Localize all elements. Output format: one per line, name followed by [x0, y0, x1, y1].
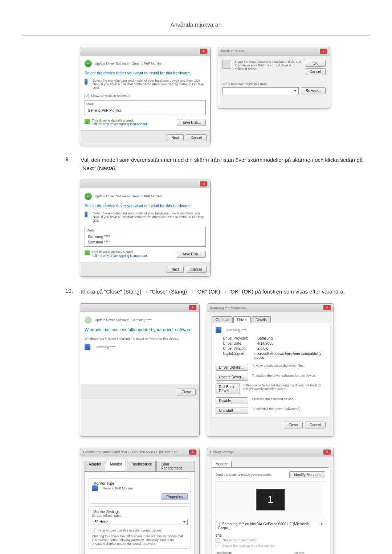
titlebar: Display Settings ✕ — [207, 448, 334, 456]
tab-troubleshoot[interactable]: Troubleshoot — [127, 461, 156, 471]
update-driver-button[interactable]: Update Driver... — [216, 374, 248, 381]
close-button[interactable]: Close — [284, 422, 303, 428]
close-button[interactable]: Close — [177, 389, 196, 395]
monitor-select-dropdown[interactable]: 1. Samsung **** on NVIDIA GeForce 6600 L… — [216, 521, 325, 531]
signed-text: This driver is digitally signed. — [92, 119, 147, 122]
close-icon[interactable]: ✕ — [320, 49, 327, 54]
monitor-type: Generic PnP Monitor — [103, 487, 133, 490]
window-title: Install From Disk — [221, 49, 245, 53]
cancel-button[interactable]: Cancel — [186, 266, 207, 273]
disable-desc: Disables the selected device. — [252, 397, 294, 401]
driver-details-button[interactable]: Driver Details... — [216, 364, 248, 371]
uninstall-desc: To uninstall the driver (Advanced). — [252, 407, 301, 411]
identify-button[interactable]: Identify Monitors — [289, 471, 325, 478]
wizard-description: Select the manufacturer and model of you… — [93, 212, 206, 222]
provider-value: Samsung — [257, 336, 273, 340]
step-number: 10. — [65, 288, 76, 296]
back-arrow-icon: ← — [85, 316, 92, 324]
date-label: Driver Date: — [223, 341, 257, 345]
hide-modes-checkbox[interactable] — [92, 529, 96, 533]
back-arrow-icon[interactable]: ← — [85, 193, 92, 200]
close-icon[interactable]: ✕ — [189, 305, 196, 310]
drag-text: Drag the icons to match your monitors. — [216, 473, 272, 476]
disk-icon — [222, 60, 231, 69]
chevron-down-icon: ▾ — [294, 89, 296, 93]
window-title: Generic PnP Monitor and NVIDIA GeForce 6… — [83, 450, 181, 454]
install-from-disk-window: Install From Disk ✕ Insert the manufactu… — [218, 47, 330, 108]
close-icon[interactable]: ✕ — [323, 305, 331, 310]
show-compatible-checkbox[interactable] — [85, 94, 89, 98]
details-desc: To view details about the driver files. — [252, 364, 305, 368]
ok-button[interactable]: OK — [305, 60, 326, 67]
back-arrow-icon[interactable]: ← — [85, 60, 92, 67]
signer-label: Digital Signer: — [223, 352, 254, 360]
browse-button[interactable]: Browse... — [301, 87, 326, 94]
signed-text: This driver is digitally signed. — [92, 250, 147, 254]
disable-button[interactable]: Disable — [216, 397, 248, 404]
path-dropdown[interactable]: ▾ — [222, 87, 299, 94]
monitor-type-label: Monitor Type — [92, 481, 188, 485]
monitor-preview[interactable]: 1 — [256, 489, 285, 510]
model-item[interactable]: Generic PnP Monitor — [86, 108, 204, 113]
copy-from-label: Copy manufacturer's files from: — [222, 82, 326, 86]
wizard-heading: Select the device driver you want to ins… — [85, 204, 206, 208]
close-icon[interactable]: ✕ — [200, 181, 207, 186]
close-icon[interactable]: ✕ — [323, 450, 331, 455]
tab-monitor[interactable]: Monitor — [106, 461, 126, 471]
tab-general[interactable]: General — [212, 316, 233, 323]
titlebar: Samsung **** Properties ✕ — [207, 304, 334, 312]
tab-driver[interactable]: Driver — [233, 316, 251, 323]
page-header: Använda mjukvaran — [22, 15, 370, 36]
breadcrumb: Update Driver Software - Generic PnP Mon… — [95, 194, 162, 198]
signing-link[interactable]: Tell me why driver signing is important — [92, 254, 147, 258]
tab-adapter[interactable]: Adapter — [85, 461, 105, 471]
titlebar: ✕ — [80, 180, 210, 188]
signer-value: microsoft windows hardware compatibility… — [254, 352, 325, 360]
hide-modes-desc: Clearing this check box allows you to se… — [92, 534, 188, 545]
update-driver-window-2: ✕ ← Update Driver Software - Generic PnP… — [80, 180, 211, 277]
hardware-icon — [85, 79, 87, 85]
extend-desktop-checkbox[interactable] — [216, 544, 220, 548]
breadcrumb: Update Driver Software - Generic PnP Mon… — [95, 62, 162, 65]
rollback-desc: If the device fails after updating the d… — [244, 383, 325, 391]
model-list[interactable]: Model Samsung **** Samsung **** — [85, 227, 206, 247]
next-button[interactable]: Next — [167, 134, 184, 141]
success-heading: Windows has successfully updated your dr… — [85, 327, 195, 332]
cancel-button[interactable]: Cancel — [305, 422, 326, 428]
update-success-window: ✕ ← Update Driver Software - Samsung ***… — [80, 303, 200, 437]
model-header: Model — [86, 229, 204, 233]
instruction-10: 10. Klicka på "Close" (Stäng) → "Close" … — [22, 288, 370, 296]
step-number: 9. — [65, 156, 76, 172]
properties-button[interactable]: Properties — [162, 493, 188, 500]
hardware-icon — [85, 212, 87, 217]
have-disk-button[interactable]: Have Disk... — [177, 119, 206, 126]
tab-details[interactable]: Details — [252, 316, 271, 323]
tab-color[interactable]: Color Management — [156, 461, 195, 471]
step-text: Välj den modell som överensstämmer med d… — [81, 156, 370, 172]
close-icon[interactable]: ✕ — [189, 450, 196, 455]
device-name: Samsung **** — [95, 345, 115, 349]
wizard-heading: Select the device driver you want to ins… — [85, 71, 206, 75]
cancel-button[interactable]: Cancel — [305, 68, 326, 75]
shield-icon — [85, 119, 90, 124]
chevron-down-icon: ▾ — [183, 520, 185, 524]
tab-monitor[interactable]: Monitor — [212, 461, 232, 467]
update-driver-window-1: ✕ ← Update Driver Software - Generic PnP… — [80, 47, 211, 145]
rollback-button[interactable]: Roll Back Driver — [216, 383, 240, 394]
have-disk-button[interactable]: Have Disk... — [177, 251, 206, 258]
refresh-rate-dropdown[interactable]: 60 Hertz ▾ — [92, 519, 188, 525]
breadcrumb: Update Driver Software - Samsung **** — [95, 318, 151, 322]
extend-desktop-label: Extend the desktop onto this monitor — [222, 544, 275, 548]
main-monitor-checkbox[interactable] — [216, 538, 220, 543]
device-name: Samsung **** — [226, 328, 246, 332]
monitor-number: 1 — [268, 494, 273, 505]
model-item[interactable]: Samsung **** — [86, 234, 204, 239]
model-item[interactable]: Samsung **** — [86, 239, 204, 245]
model-list[interactable]: Model Generic PnP Monitor — [85, 100, 206, 115]
close-icon[interactable]: ✕ — [200, 49, 207, 54]
cancel-button[interactable]: Cancel — [186, 134, 207, 141]
signing-link[interactable]: Tell me why driver signing is important — [92, 122, 147, 126]
next-button[interactable]: Next — [167, 266, 184, 273]
titlebar: Generic PnP Monitor and NVIDIA GeForce 6… — [80, 448, 199, 456]
uninstall-button[interactable]: Uninstall — [216, 407, 248, 414]
